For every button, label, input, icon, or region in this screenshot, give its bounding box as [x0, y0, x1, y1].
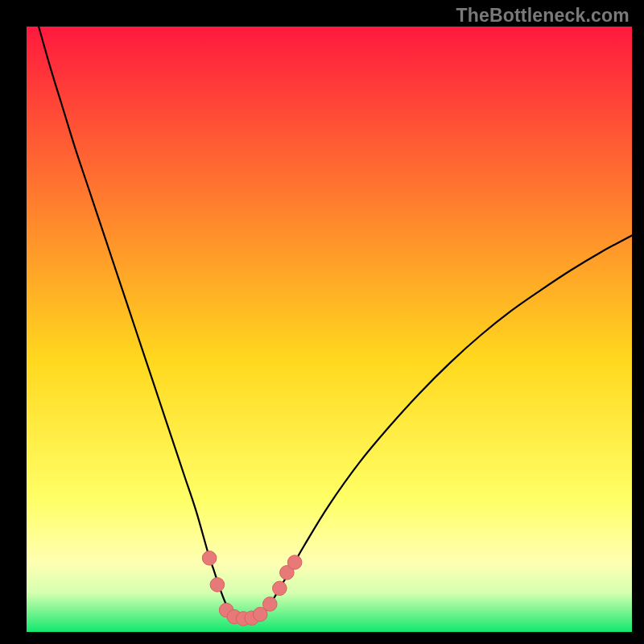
marker-dot	[202, 551, 217, 565]
chart-frame: TheBottleneck.com	[0, 0, 644, 644]
marker-dot	[287, 555, 302, 570]
gradient-background	[27, 27, 632, 632]
plot-area	[27, 27, 632, 632]
watermark-label: TheBottleneck.com	[456, 5, 630, 27]
chart-svg	[27, 27, 632, 632]
marker-dot	[210, 578, 225, 592]
marker-dot	[263, 597, 278, 612]
marker-dot	[273, 581, 287, 596]
